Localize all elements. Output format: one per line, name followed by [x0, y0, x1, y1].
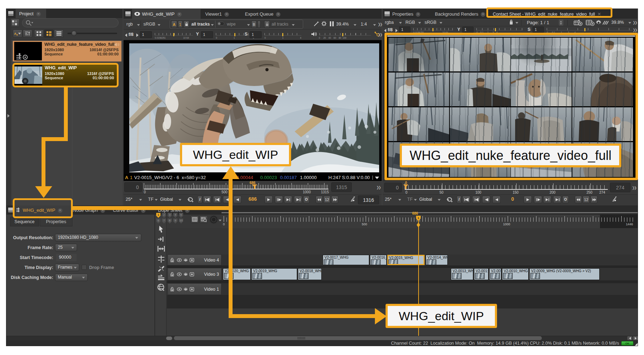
- svg-text:1: 1: [417, 216, 419, 220]
